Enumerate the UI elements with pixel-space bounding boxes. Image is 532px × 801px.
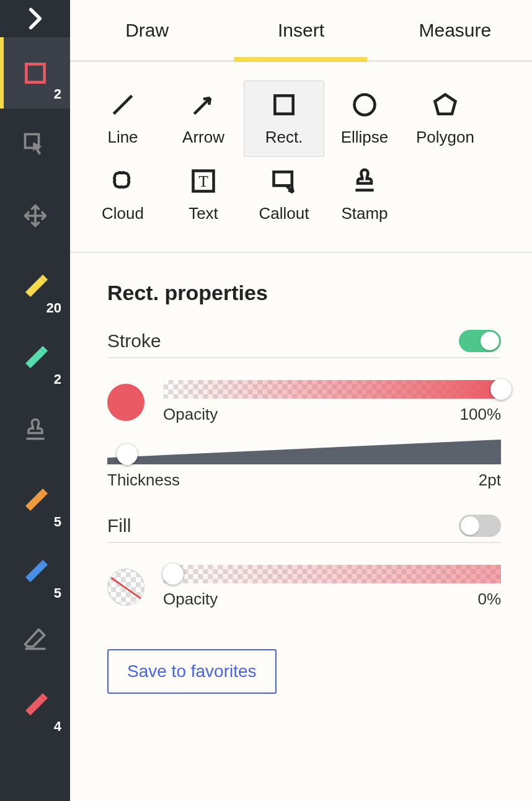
chevron-right-icon: [22, 5, 49, 32]
svg-marker-8: [435, 94, 456, 113]
sidebar-tool-stamp[interactable]: [0, 394, 70, 465]
sidebar-marker-orange[interactable]: 5: [0, 465, 70, 536]
marker-teal-icon: [20, 343, 50, 373]
marker-red-icon: [20, 691, 50, 720]
sidebar-tool-rect[interactable]: 2: [0, 37, 70, 108]
svg-line-4: [113, 95, 131, 113]
stroke-header: Stroke: [107, 330, 501, 358]
tool-badge: 20: [47, 300, 61, 316]
save-to-favorites-button[interactable]: Save to favorites: [107, 649, 277, 694]
shape-label: Text: [188, 204, 218, 223]
shape-label: Cloud: [102, 204, 144, 223]
toolbar-sidebar: 2 20 2 5: [0, 0, 70, 801]
tool-badge: 5: [54, 585, 61, 601]
marker-blue-icon: [20, 557, 50, 587]
move-icon: [22, 202, 49, 229]
shape-grid: Line Arrow Rect. Ellipse Polygon Cloud T…: [70, 62, 532, 252]
ellipse-icon: [351, 91, 378, 118]
tab-insert[interactable]: Insert: [224, 0, 378, 60]
fill-opacity-label: Opacity: [163, 590, 218, 609]
stamp-tool-icon: [22, 416, 49, 443]
sidebar-marker-red[interactable]: 4: [0, 670, 70, 741]
shape-text[interactable]: T Text: [163, 157, 244, 233]
stroke-toggle[interactable]: [459, 330, 501, 352]
shape-ellipse[interactable]: Ellipse: [324, 81, 405, 157]
svg-text:T: T: [198, 172, 208, 190]
svg-rect-11: [274, 172, 292, 185]
svg-point-7: [355, 94, 375, 115]
fill-header: Fill: [107, 515, 501, 543]
fill-label: Fill: [107, 515, 131, 536]
shape-label: Line: [107, 128, 138, 147]
shape-rect[interactable]: Rect.: [244, 81, 324, 157]
arrow-icon: [190, 91, 217, 118]
rect-icon: [270, 91, 298, 118]
marker-yellow-icon: [20, 272, 50, 302]
shape-callout[interactable]: Callout: [244, 157, 324, 233]
stroke-color-swatch[interactable]: [107, 384, 144, 421]
tab-measure[interactable]: Measure: [378, 0, 532, 60]
shape-line[interactable]: Line: [82, 81, 163, 157]
stamp-icon: [351, 167, 378, 195]
stroke-thickness-row: Thickness 2pt: [107, 440, 501, 490]
tool-badge: 5: [54, 514, 61, 530]
fill-opacity-row: Opacity 0%: [107, 565, 501, 609]
callout-icon: [270, 167, 298, 195]
tool-badge: 2: [54, 86, 61, 102]
thickness-value: 2pt: [479, 471, 501, 490]
sidebar-marker-blue[interactable]: 5: [0, 536, 70, 608]
fill-opacity-value: 0%: [477, 590, 501, 609]
expand-sidebar-button[interactable]: [0, 0, 70, 37]
opacity-value: 100%: [460, 405, 502, 424]
tool-badge: 4: [54, 719, 61, 735]
sidebar-tool-eraser[interactable]: [0, 608, 70, 670]
stroke-thickness-slider[interactable]: [107, 440, 501, 464]
fill-color-swatch[interactable]: [107, 569, 144, 606]
sidebar-marker-teal[interactable]: 2: [0, 322, 70, 394]
shape-label: Stamp: [341, 204, 388, 223]
shape-arrow[interactable]: Arrow: [163, 81, 244, 157]
sidebar-marker-yellow[interactable]: 20: [0, 251, 70, 322]
svg-rect-0: [26, 64, 44, 82]
svg-line-5: [194, 98, 210, 114]
text-icon: T: [190, 167, 217, 195]
fill-opacity-slider[interactable]: [163, 565, 501, 583]
thickness-label: Thickness: [107, 471, 180, 490]
tabs: Draw Insert Measure: [70, 0, 532, 62]
rect-tool-icon: [22, 60, 49, 87]
svg-marker-13: [107, 440, 501, 464]
properties-panel: Rect. properties Stroke Opacity 100%: [70, 252, 532, 694]
fill-toggle[interactable]: [459, 515, 501, 537]
shape-label: Callout: [259, 204, 309, 223]
shape-label: Ellipse: [341, 128, 389, 147]
shape-cloud[interactable]: Cloud: [82, 157, 163, 233]
cloud-icon: [109, 167, 136, 195]
main-panel: Draw Insert Measure Line Arrow Rect. Ell…: [70, 0, 532, 801]
stroke-label: Stroke: [107, 330, 161, 352]
shape-label: Arrow: [182, 128, 224, 147]
stroke-opacity-row: Opacity 100%: [107, 380, 501, 424]
lasso-select-icon: [22, 131, 49, 158]
svg-rect-6: [275, 95, 293, 113]
shape-label: Polygon: [416, 128, 474, 147]
properties-title: Rect. properties: [107, 281, 501, 305]
opacity-label: Opacity: [163, 405, 218, 424]
eraser-icon: [22, 625, 49, 652]
shape-label: Rect.: [265, 128, 303, 147]
line-icon: [109, 91, 136, 118]
tab-draw[interactable]: Draw: [70, 0, 224, 60]
shape-polygon[interactable]: Polygon: [405, 81, 485, 157]
polygon-icon: [432, 91, 459, 118]
tool-badge: 2: [54, 371, 61, 387]
marker-orange-icon: [20, 486, 50, 516]
stroke-opacity-slider[interactable]: [163, 380, 501, 399]
sidebar-tool-move[interactable]: [0, 180, 70, 251]
shape-stamp[interactable]: Stamp: [324, 157, 405, 233]
sidebar-tool-lasso[interactable]: [0, 108, 70, 180]
